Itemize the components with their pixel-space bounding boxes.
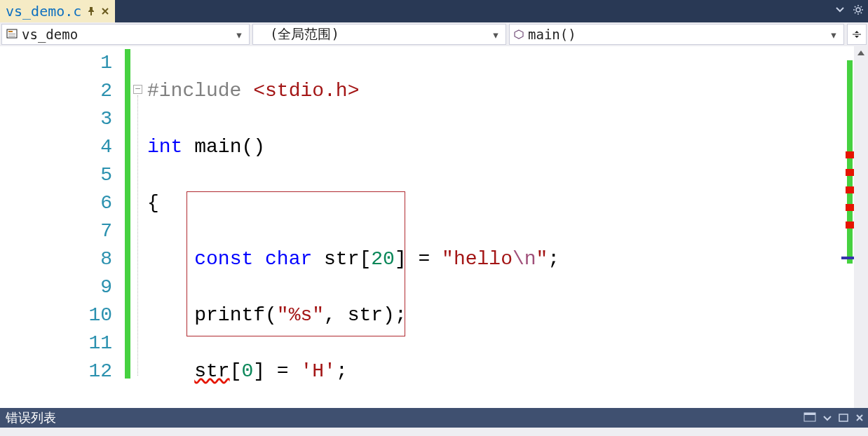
svg-rect-2 [8,31,13,32]
line-number: 8 [0,245,112,273]
code-token: #include [147,80,253,102]
code-token: 'H' [300,360,335,382]
svg-point-0 [856,8,860,12]
chevron-down-icon: ▾ [828,27,839,42]
line-number: 5 [0,161,112,189]
chevron-down-icon: ▾ [490,27,501,42]
maximize-panel-icon[interactable] [839,411,848,425]
window-position-icon[interactable] [823,411,832,425]
line-number: 11 [0,329,112,357]
svg-rect-8 [839,414,848,421]
gear-icon[interactable] [853,4,864,15]
caret-marker-icon [841,257,854,259]
code-token: const [194,248,253,270]
error-marker-icon[interactable] [846,169,854,176]
code-token: char [265,248,312,270]
code-token: " [442,248,454,270]
error-list-panel-header[interactable]: 错误列表 [0,408,868,428]
svg-rect-3 [8,34,15,34]
line-number: 4 [0,133,112,161]
fold-column: − [132,46,147,408]
project-icon [6,27,18,42]
fold-collapse-icon[interactable]: − [133,85,142,94]
code-token: ] = [395,248,442,270]
code-token: ; [336,360,348,382]
code-token: 20 [371,248,395,270]
fold-guide-line [137,95,138,376]
code-token: ; [548,248,560,270]
code-token: " [536,248,548,270]
code-editor[interactable]: 1 2 3 4 5 6 7 8 9 10 11 12 − #include <s… [0,46,868,408]
scroll-up-icon[interactable] [857,50,864,55]
error-list-title: 错误列表 [6,409,56,426]
svg-rect-7 [804,413,815,415]
code-token: <stdio.h> [253,80,359,102]
change-indicator-bar [125,46,132,408]
panel-options-icon[interactable] [803,411,816,425]
chevron-down-icon: ▾ [233,27,245,42]
code-token: [ [230,360,242,382]
vertical-scrollbar[interactable] [854,46,868,408]
project-dropdown[interactable]: vs_demo ▾ [1,24,250,45]
scope-dropdown-label: (全局范围) [270,25,486,43]
code-token: 0 [241,360,253,382]
code-token: \n [513,248,536,270]
code-token: ] = [253,360,300,382]
line-number: 7 [0,217,112,245]
function-dropdown-label: main() [528,27,824,42]
code-token: printf( [194,304,277,326]
error-list-body [0,428,868,436]
line-number-gutter: 1 2 3 4 5 6 7 8 9 10 11 12 [0,46,125,408]
function-dropdown[interactable]: main() ▾ [509,24,844,45]
change-marker-green [125,49,130,379]
code-token: str[ [312,248,371,270]
window-menu-arrow-icon[interactable] [836,6,844,13]
line-number: 12 [0,357,112,386]
error-marker-icon[interactable] [846,222,854,229]
overview-ruler[interactable] [841,46,854,408]
close-icon[interactable] [101,7,109,15]
svg-rect-5 [853,34,861,35]
document-tab-bar: vs_demo.c [0,0,868,22]
error-marker-icon[interactable] [846,204,854,211]
svg-rect-4 [8,36,15,36]
scope-dropdown[interactable]: (全局范围) ▾ [252,24,506,45]
overview-change-marker [847,60,853,264]
code-error-token: str [194,360,229,382]
project-dropdown-label: vs_demo [22,27,229,42]
close-panel-icon[interactable] [855,411,864,425]
code-token: "%s" [277,304,324,326]
code-token: , str); [324,304,407,326]
line-number: 3 [0,105,112,133]
code-token: int [147,136,182,158]
error-marker-icon[interactable] [846,186,854,193]
line-number: 2 [0,77,112,105]
error-marker-icon[interactable] [846,151,854,158]
navigation-bar: vs_demo ▾ (全局范围) ▾ main() ▾ [0,22,868,46]
code-token: main() [182,136,265,158]
split-window-button[interactable] [847,24,867,45]
code-content[interactable]: #include <stdio.h> int main() { const ch… [147,46,841,408]
file-tab-label: vs_demo.c [6,3,81,20]
line-number: 6 [0,189,112,217]
method-icon [514,27,524,42]
file-tab-active[interactable]: vs_demo.c [0,0,115,22]
line-number: 9 [0,273,112,301]
code-token: hello [454,248,513,270]
pin-icon[interactable] [87,7,95,15]
line-number: 1 [0,49,112,77]
code-token: { [147,192,159,214]
line-number: 10 [0,301,112,329]
